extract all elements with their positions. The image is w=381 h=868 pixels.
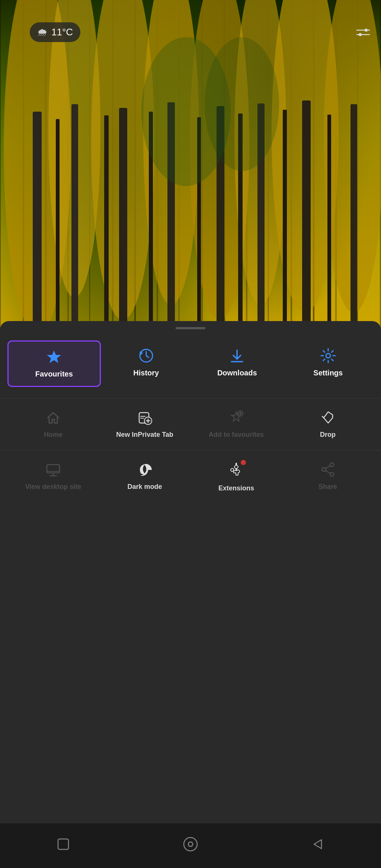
add-to-favourites-icon [228,410,244,425]
extensions-icon-wrapper [228,462,244,479]
nav-tabs-button[interactable] [57,837,70,854]
history-icon [138,348,154,363]
inprivate-tab-icon [137,410,153,425]
action-row-1: Home New InPrivate Tab Add to favourites [0,398,381,451]
quick-item-favourites[interactable]: Favourites [7,340,101,387]
svg-point-53 [322,468,326,471]
action-row-2: View desktop site Dark mode Extensions [0,451,381,504]
extensions-label: Extensions [218,484,254,493]
top-right-settings[interactable] [356,28,370,38]
svg-point-51 [330,463,334,467]
action-drop[interactable]: Drop [282,410,374,439]
action-share[interactable]: Share [282,462,374,493]
weather-icon: 🌧 [37,26,48,38]
weather-temperature: 11°C [51,26,73,38]
quick-access-row: Favourites History Downloads [0,340,381,398]
nav-home-button[interactable] [183,836,198,855]
quick-item-history[interactable]: History [101,340,192,387]
svg-line-54 [326,466,330,468]
downloads-label: Downloads [217,369,257,377]
drop-label: Drop [320,430,336,439]
drop-icon [320,410,336,425]
share-label: Share [318,483,337,491]
settings-label: Settings [313,369,343,377]
quick-item-settings[interactable]: Settings [283,340,374,387]
svg-point-29 [359,33,362,36]
svg-point-52 [330,473,334,476]
sliders-icon [356,28,370,37]
share-icon [320,462,336,477]
svg-point-24 [205,37,279,171]
action-extensions[interactable]: Extensions [190,462,282,493]
favourites-label: Favourites [35,370,73,378]
action-add-to-favourites[interactable]: Add to favourites [190,410,282,439]
add-to-favourites-label: Add to favourites [209,430,264,439]
dark-mode-icon [137,462,153,477]
favourites-icon [46,349,62,365]
svg-line-55 [326,471,330,473]
desktop-site-icon [45,462,61,477]
svg-point-38 [326,353,330,358]
downloads-icon [229,348,245,363]
bottom-panel: Favourites History Downloads [0,321,381,823]
view-desktop-site-label: View desktop site [25,483,81,491]
weather-widget: 🌧 11°C [30,22,80,42]
svg-rect-56 [58,839,68,849]
svg-point-58 [188,842,193,846]
action-new-inprivate-tab[interactable]: New InPrivate Tab [99,410,190,439]
settings-icon [320,348,336,363]
action-dark-mode[interactable]: Dark mode [99,462,190,493]
new-inprivate-tab-label: New InPrivate Tab [116,430,173,439]
bottom-nav [0,823,381,868]
svg-marker-35 [47,350,61,363]
history-label: History [133,369,159,377]
quick-item-downloads[interactable]: Downloads [192,340,283,387]
extensions-badge [241,460,246,465]
action-view-desktop-site[interactable]: View desktop site [7,462,99,493]
svg-point-57 [184,837,197,851]
action-home[interactable]: Home [7,410,99,439]
dark-mode-label: Dark mode [127,483,162,491]
home-icon [45,410,61,425]
home-label: Home [44,430,63,439]
drag-handle[interactable] [176,327,205,329]
nav-back-button[interactable] [311,837,324,854]
svg-point-27 [365,29,368,32]
